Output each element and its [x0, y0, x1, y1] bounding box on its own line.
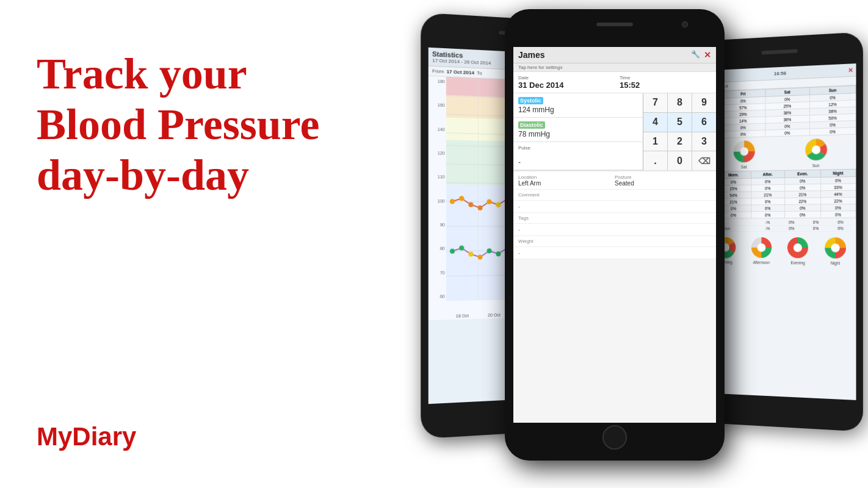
tags-col: Tags — [518, 215, 711, 221]
date-time-row: Date 31 Dec 2014 Time 15:52 — [513, 72, 716, 93]
location-col: Location Left Arm — [518, 174, 615, 187]
sat-sun-pie-row: Sat Sun — [706, 135, 856, 172]
title-line1: Track your — [37, 49, 247, 98]
chart-y-axis: 180 160 140 120 110 100 90 80 70 60 — [429, 76, 446, 301]
svg-point-16 — [459, 196, 464, 201]
from-date: 17 Oct 2014 — [446, 69, 474, 76]
date-value[interactable]: 31 Dec 2014 — [518, 81, 563, 90]
systolic-value[interactable]: 124 mmHg — [518, 106, 554, 114]
phone-right-screen: ⇧ 16:56 ✕ Oct 2014 Fri Sat Sun — [706, 63, 856, 400]
posture-value[interactable]: Seated — [615, 180, 711, 187]
tags-row: Tags — [513, 213, 716, 224]
stats-title-block: Statistics 17 Oct 2014 - 26 Oct 2014 — [432, 50, 491, 66]
weight-col: Weight — [518, 239, 711, 244]
numpad-1[interactable]: 1 — [643, 132, 667, 151]
comment-col: Comment — [518, 192, 711, 198]
numpad: 7 8 9 4 5 6 1 2 3 . 0 ⌫ — [643, 93, 716, 170]
numpad-5[interactable]: 5 — [668, 113, 692, 132]
normal-status-row: Normal -% 0% 0% 0% — [709, 220, 853, 226]
left-section: Track your Blood Pressure day-by-day — [37, 49, 415, 200]
hypotension-status-row: Hypotension -% 0% 0% 0% — [709, 226, 853, 232]
comment-label: Comment — [518, 192, 711, 198]
diastolic-value[interactable]: 78 mmHg — [518, 130, 550, 138]
title-line2: Blood Pressure — [37, 100, 319, 149]
entry-settings-link[interactable]: Tap here for settings — [513, 63, 716, 72]
entry-form: Date 31 Dec 2014 Time 15:52 — [513, 72, 716, 93]
svg-point-17 — [468, 202, 473, 207]
numpad-3[interactable]: 3 — [692, 132, 716, 151]
sat-label: Sat — [741, 165, 747, 169]
svg-point-18 — [478, 206, 483, 210]
night-label: Night — [831, 261, 841, 265]
svg-point-15 — [450, 199, 455, 204]
main-title: Track your Blood Pressure day-by-day — [37, 49, 415, 200]
phone-mid-screen: James 🔧 ✕ Tap here for settings Date 31 … — [513, 47, 716, 423]
evening-label: Evening — [790, 260, 805, 265]
svg-point-36 — [487, 248, 492, 253]
weight-label: Weight — [518, 239, 711, 244]
svg-point-58 — [794, 243, 802, 252]
afternoon-pie: Afternoon — [750, 236, 773, 265]
sun-pie-item: Sun — [803, 137, 828, 168]
weight-row: Weight — [513, 236, 716, 247]
date-label: Date — [518, 75, 610, 81]
phone-mid-camera — [682, 21, 688, 27]
numpad-2[interactable]: 2 — [668, 132, 692, 151]
from-label: From — [432, 68, 444, 74]
pie-day-table: Fri Sat Sun 0%0%0% 57%25%12% 29%38%38% 1… — [706, 85, 856, 138]
phone-mid: James 🔧 ✕ Tap here for settings Date 31 … — [505, 9, 725, 461]
svg-point-19 — [487, 199, 492, 204]
svg-point-37 — [496, 251, 501, 256]
pie-close-icon[interactable]: ✕ — [848, 66, 853, 74]
phone-mid-speaker — [596, 23, 633, 26]
svg-point-34 — [468, 252, 473, 257]
time-col-evening: Even. — [785, 170, 820, 178]
app-name: MyDiary — [37, 422, 136, 451]
weight-value[interactable]: - — [513, 247, 716, 259]
entry-close-icon[interactable]: ✕ — [704, 50, 711, 60]
measure-rows-container: Systolic 124 mmHg Diastolic 78 mmHg — [513, 93, 716, 171]
numpad-9[interactable]: 9 — [692, 93, 716, 112]
time-value[interactable]: 15:52 — [620, 81, 640, 90]
title-line3: day-by-day — [37, 151, 249, 199]
table-row: 0%0%0%0% — [706, 211, 856, 218]
posture-col: Posture Seated — [615, 174, 711, 187]
svg-point-35 — [478, 254, 483, 259]
numpad-8[interactable]: 8 — [668, 93, 692, 112]
posture-label: Posture — [615, 174, 711, 180]
location-label: Location — [518, 174, 615, 180]
phone-mid-home-btn[interactable] — [602, 425, 627, 450]
numpad-0[interactable]: 0 — [668, 151, 692, 170]
date-cell: Date 31 Dec 2014 — [513, 72, 615, 93]
time-col-night: Night — [820, 169, 856, 177]
evening-pie: Evening — [786, 236, 809, 265]
tags-value[interactable]: - — [513, 224, 716, 236]
numpad-6[interactable]: 6 — [692, 113, 716, 132]
phones-area: Statistics 17 Oct 2014 - 26 Oct 2014 ⚙ F… — [410, 0, 868, 488]
entry-info-section: Location Left Arm Posture Seated Comment — [513, 172, 716, 259]
entry-settings-icon[interactable]: 🔧 — [691, 50, 700, 60]
numpad-7[interactable]: 7 — [643, 93, 667, 112]
pulse-value[interactable]: - — [518, 158, 521, 167]
numpad-dot[interactable]: . — [643, 151, 667, 170]
pie-screen: ⇧ 16:56 ✕ Oct 2014 Fri Sat Sun — [706, 63, 856, 400]
time-cell: Time 15:52 — [615, 72, 716, 93]
diastolic-label: Diastolic — [518, 121, 545, 129]
time-col-afternoon: After. — [751, 170, 785, 178]
sat-pie-item: Sat — [732, 139, 756, 169]
sun-label: Sun — [812, 163, 820, 168]
user-name: James — [518, 50, 545, 60]
comment-value[interactable]: - — [513, 201, 716, 213]
numpad-4[interactable]: 4 — [643, 113, 667, 132]
svg-point-33 — [459, 245, 464, 250]
location-value[interactable]: Left Arm — [518, 180, 615, 187]
afternoon-label: Afternoon — [753, 260, 770, 265]
entry-header-icons: 🔧 ✕ — [691, 50, 711, 60]
numpad-backspace[interactable]: ⌫ — [692, 151, 716, 170]
tags-label: Tags — [518, 215, 711, 221]
phone-right-speaker — [761, 49, 797, 54]
night-pie: Night — [823, 236, 847, 265]
svg-point-20 — [496, 203, 501, 207]
four-pies-row: Morning Afternoon — [706, 233, 856, 267]
svg-point-60 — [831, 243, 839, 252]
